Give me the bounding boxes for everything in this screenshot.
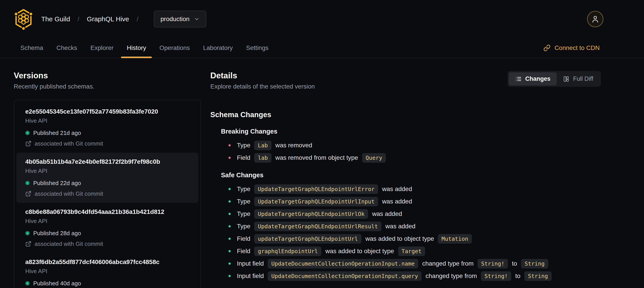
details-panel: Details Explore details of the selected … [210,71,601,288]
change-text: was removed [274,142,312,149]
code-chip: String! [478,259,508,268]
version-card[interactable]: c8b6e88a06793b9c4dfd54aaa21b36a1b421d812… [16,203,198,253]
hive-logo-icon[interactable] [14,9,33,30]
nav-tabs-row: SchemaChecksExplorerHistoryOperationsLab… [0,38,644,58]
view-toggle-group: Changes Full Diff [508,71,601,87]
version-hash: a823f6db2a55df877dcf406006abca97fcc4858c [25,258,190,266]
version-service: Hive API [25,267,190,275]
breadcrumb-project[interactable]: GraphQL Hive [87,15,129,23]
version-published-row: Published 22d ago [25,179,190,187]
full-diff-view-label: Full Diff [573,75,593,82]
tab-operations[interactable]: Operations [153,38,196,58]
details-subtitle: Explore details of the selected version [210,83,315,90]
external-link-icon [25,140,32,147]
app-header: The Guild / GraphQL Hive / production Sc… [0,0,644,58]
link-icon [544,44,550,52]
schema-changes-groups: Breaking Changes Type Lab was removedFie… [210,128,601,281]
safe-bullet-icon [228,225,231,227]
code-chip: UpdateDocumentCollectionOperationInput.n… [268,259,418,268]
change-item: Field lab was removed from object type Q… [228,153,601,163]
change-text: changed type from [424,272,478,279]
change-text: Field [237,248,252,255]
change-text: was added [380,185,412,193]
list-icon [515,76,522,82]
version-card[interactable]: a823f6db2a55df877dcf406006abca97fcc4858c… [16,253,198,288]
code-chip: UpdateTargetGraphQLEndpointUrlOk [254,209,368,219]
change-text: changed type from [420,260,475,267]
tab-checks[interactable]: Checks [50,38,84,58]
change-text: Field [237,154,252,161]
code-chip: Lab [254,141,271,150]
connect-to-cdn-button[interactable]: Connect to CDN [544,44,600,52]
breadcrumb-separator: / [137,16,138,23]
version-published-label: Published 40d ago [33,279,81,287]
version-card[interactable]: 4b05ab51b1b4a7e2e4b0ef82172f2b9f7ef98c0b… [16,153,198,203]
published-status-dot-icon [25,281,30,285]
change-text: Type [237,142,252,149]
change-text: Field [237,235,252,242]
chevron-down-icon [194,16,200,22]
tab-explorer[interactable]: Explorer [84,38,120,58]
version-hash: c8b6e88a06793b9c4dfd54aaa21b36a1b421d812 [25,208,190,216]
version-git-row[interactable]: associated with Git commit [25,190,190,197]
code-chip: updateTargetGraphQLEndpointUrl [254,234,362,244]
change-text: was added [380,198,412,205]
version-hash: 4b05ab51b1b4a7e2e4b0ef82172f2b9f7ef98c0b [25,158,190,166]
versions-subtitle: Recently published schemas. [14,83,201,90]
change-text: was added [370,210,402,217]
version-published-row: Published 21d ago [25,129,190,137]
code-chip: Target [398,246,425,256]
changes-view-button[interactable]: Changes [509,72,557,85]
version-git-label: associated with Git commit [34,140,103,147]
target-selector-value: production [160,16,190,23]
tab-schema[interactable]: Schema [14,38,50,58]
change-group-title: Breaking Changes [221,128,601,135]
breadcrumb-separator: / [78,16,79,23]
change-item: Type Lab was removed [228,140,601,150]
version-git-row[interactable]: associated with Git commit [25,240,190,248]
change-text: was added to object type [364,235,436,242]
version-card[interactable]: e2e55045345ce13fe07f52a77459b83fa3fe7020… [16,103,198,153]
published-status-dot-icon [25,181,30,185]
versions-title: Versions [14,71,201,80]
breadcrumb-org[interactable]: The Guild [41,15,70,23]
main-content: Versions Recently published schemas. e2e… [0,58,644,288]
change-text: Type [237,198,252,205]
change-item: Field graphqlEndpointUrl was added to ob… [228,246,601,256]
version-git-label: associated with Git commit [34,190,103,197]
version-service: Hive API [25,117,190,124]
schema-changes-section: Schema Changes Breaking Changes Type Lab… [210,111,601,281]
safe-bullet-icon [228,275,231,277]
version-git-label: associated with Git commit [34,240,103,248]
change-group-title: Safe Changes [221,171,601,179]
change-item: Field updateTargetGraphQLEndpointUrl was… [228,234,601,244]
version-published-label: Published 21d ago [33,129,81,137]
version-service: Hive API [25,217,190,224]
change-item: Type UpdateTargetGraphQLEndpointUrlInput… [228,197,601,206]
change-text: Type [237,210,252,217]
tab-settings[interactable]: Settings [239,38,275,58]
change-text: Input field [237,260,266,267]
version-git-row[interactable]: associated with Git commit [25,140,190,147]
tab-laboratory[interactable]: Laboratory [196,38,239,58]
safe-changes-group: Safe Changes Type UpdateTargetGraphQLEnd… [221,171,601,281]
version-published-label: Published 22d ago [33,179,81,187]
target-selector-dropdown[interactable]: production [154,11,206,28]
connect-to-cdn-label: Connect to CDN [554,44,600,52]
code-chip: UpdateTargetGraphQLEndpointUrlError [254,184,378,194]
details-heading-block: Details Explore details of the selected … [210,71,315,90]
details-header: Details Explore details of the selected … [210,71,601,90]
user-menu-button[interactable] [587,11,604,27]
change-list: Type UpdateTargetGraphQLEndpointUrlError… [221,184,601,281]
tab-history[interactable]: History [120,38,153,58]
external-link-icon [25,191,32,197]
version-hash: e2e55045345ce13fe07f52a77459b83fa3fe7020 [25,108,190,115]
full-diff-view-button[interactable]: Full Diff [557,72,600,85]
change-text: was removed from object type [274,154,360,161]
code-chip: String! [481,271,511,281]
versions-panel: Versions Recently published schemas. e2e… [14,71,201,288]
change-text: was added to object type [324,248,396,255]
change-item: Input field UpdateDocumentCollectionOper… [228,271,601,281]
change-text: Input field [237,272,266,279]
change-item: Type UpdateTargetGraphQLEndpointUrlResul… [228,221,601,231]
